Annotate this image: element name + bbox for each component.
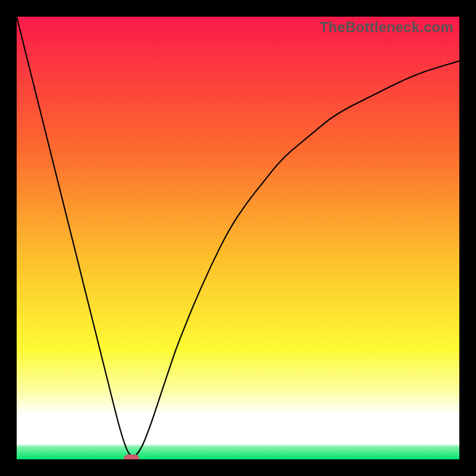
- min-marker: [124, 455, 139, 459]
- chart-frame: TheBottleneck.com: [0, 0, 476, 476]
- curve-layer: [17, 17, 459, 459]
- plot-area: TheBottleneck.com: [17, 17, 459, 459]
- watermark: TheBottleneck.com: [320, 19, 453, 36]
- bottleneck-curve: [17, 17, 459, 456]
